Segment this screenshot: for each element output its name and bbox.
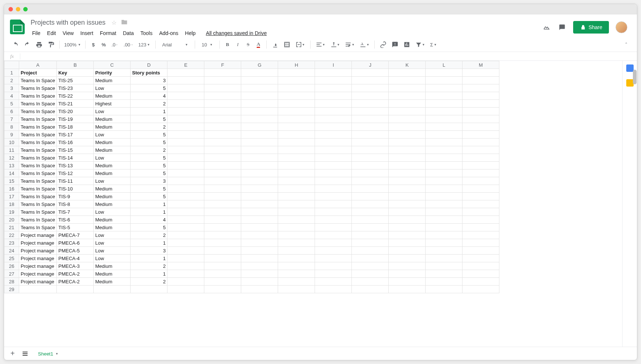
- cell[interactable]: [241, 247, 278, 255]
- decrease-decimal-button[interactable]: .0←: [109, 40, 121, 49]
- menu-tools[interactable]: Tools: [138, 29, 156, 38]
- cell[interactable]: [352, 231, 389, 239]
- cell[interactable]: [426, 100, 462, 108]
- cell[interactable]: [278, 115, 315, 123]
- cell[interactable]: 1: [131, 108, 167, 115]
- cell[interactable]: [389, 162, 426, 169]
- cell[interactable]: [352, 154, 389, 162]
- cell[interactable]: [278, 69, 315, 77]
- cell[interactable]: TIS-17: [57, 131, 94, 139]
- cell[interactable]: [315, 131, 352, 139]
- cell[interactable]: Teams In Space: [19, 131, 57, 139]
- cell[interactable]: [204, 139, 241, 146]
- cell[interactable]: [462, 84, 499, 92]
- row-header[interactable]: 25: [4, 255, 19, 262]
- cell[interactable]: [167, 185, 204, 193]
- bold-button[interactable]: B: [223, 40, 232, 49]
- cell[interactable]: [389, 231, 426, 239]
- cell[interactable]: Low: [94, 177, 131, 185]
- cell[interactable]: [167, 123, 204, 131]
- column-header[interactable]: K: [389, 61, 426, 69]
- cell[interactable]: [462, 216, 499, 224]
- row-header[interactable]: 16: [4, 185, 19, 193]
- cell[interactable]: [315, 224, 352, 231]
- cell[interactable]: [204, 92, 241, 100]
- cell[interactable]: Teams In Space: [19, 216, 57, 224]
- cell[interactable]: TIS-14: [57, 154, 94, 162]
- cell[interactable]: [426, 169, 462, 177]
- cell[interactable]: PMECA-3: [57, 262, 94, 270]
- cell[interactable]: [241, 193, 278, 200]
- cell[interactable]: [204, 146, 241, 154]
- row-header[interactable]: 3: [4, 84, 19, 92]
- cell[interactable]: Project manage: [19, 270, 57, 278]
- cell[interactable]: [426, 139, 462, 146]
- cell[interactable]: [315, 262, 352, 270]
- menu-insert[interactable]: Insert: [77, 29, 96, 38]
- row-header[interactable]: 17: [4, 193, 19, 200]
- cell[interactable]: [389, 185, 426, 193]
- cell[interactable]: [167, 193, 204, 200]
- cell[interactable]: [167, 146, 204, 154]
- cell[interactable]: [352, 100, 389, 108]
- cell[interactable]: [167, 177, 204, 185]
- cell[interactable]: [426, 177, 462, 185]
- cell[interactable]: [241, 108, 278, 115]
- cell[interactable]: Teams In Space: [19, 193, 57, 200]
- insert-comment-button[interactable]: [389, 40, 401, 49]
- cell[interactable]: Medium: [94, 224, 131, 231]
- menu-file[interactable]: File: [29, 29, 44, 38]
- horizontal-align-button[interactable]: ▼: [313, 40, 328, 49]
- cell[interactable]: [315, 139, 352, 146]
- cell[interactable]: 2: [131, 278, 167, 286]
- cell[interactable]: PMECA-6: [57, 239, 94, 247]
- cell[interactable]: [278, 146, 315, 154]
- cell[interactable]: Teams In Space: [19, 92, 57, 100]
- cell[interactable]: [167, 231, 204, 239]
- cell[interactable]: [389, 239, 426, 247]
- cell[interactable]: [426, 108, 462, 115]
- cell[interactable]: TIS-15: [57, 146, 94, 154]
- row-header[interactable]: 6: [4, 108, 19, 115]
- cell[interactable]: [462, 286, 499, 293]
- cell[interactable]: [426, 154, 462, 162]
- cell[interactable]: [131, 286, 167, 293]
- cell[interactable]: [389, 224, 426, 231]
- cell[interactable]: [278, 286, 315, 293]
- insert-chart-button[interactable]: [401, 40, 412, 49]
- cell[interactable]: [462, 169, 499, 177]
- row-header[interactable]: 12: [4, 154, 19, 162]
- cell[interactable]: [462, 231, 499, 239]
- cell[interactable]: [315, 231, 352, 239]
- cell[interactable]: 1: [131, 255, 167, 262]
- formula-input[interactable]: [20, 53, 637, 60]
- cell[interactable]: [278, 200, 315, 208]
- cell[interactable]: [315, 115, 352, 123]
- row-header[interactable]: 9: [4, 131, 19, 139]
- cell[interactable]: [278, 216, 315, 224]
- cell[interactable]: [278, 177, 315, 185]
- row-header[interactable]: 28: [4, 278, 19, 286]
- cell[interactable]: [352, 239, 389, 247]
- cell[interactable]: [278, 169, 315, 177]
- cell[interactable]: [167, 77, 204, 84]
- cell[interactable]: Medium: [94, 77, 131, 84]
- cell[interactable]: 3: [131, 247, 167, 255]
- cell[interactable]: [167, 262, 204, 270]
- column-header[interactable]: G: [241, 61, 278, 69]
- cell[interactable]: Teams In Space: [19, 100, 57, 108]
- cell[interactable]: [352, 278, 389, 286]
- cell[interactable]: [94, 286, 131, 293]
- cell[interactable]: [167, 162, 204, 169]
- row-header[interactable]: 1: [4, 69, 19, 77]
- cell[interactable]: [352, 146, 389, 154]
- cell[interactable]: Teams In Space: [19, 146, 57, 154]
- cell[interactable]: [389, 255, 426, 262]
- document-title[interactable]: Projects with open issues: [29, 18, 107, 27]
- cell[interactable]: [426, 131, 462, 139]
- cell[interactable]: TIS-22: [57, 92, 94, 100]
- cell[interactable]: [389, 146, 426, 154]
- cell[interactable]: [389, 200, 426, 208]
- cell[interactable]: [241, 185, 278, 193]
- cell[interactable]: [278, 239, 315, 247]
